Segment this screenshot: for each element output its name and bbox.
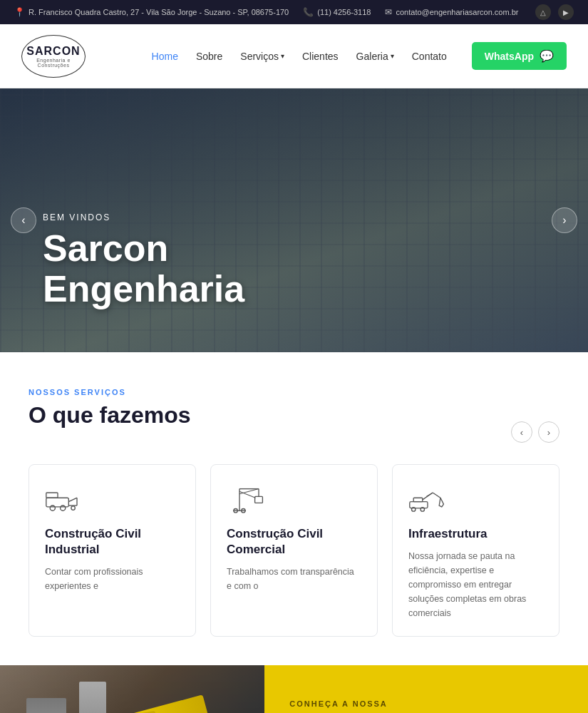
svg-point-3 bbox=[61, 506, 66, 511]
carousel-next-icon: › bbox=[547, 427, 550, 438]
location-icon: 📍 bbox=[14, 7, 25, 17]
svg-point-7 bbox=[71, 506, 75, 510]
nav-item-home[interactable]: Home bbox=[152, 51, 178, 62]
chevron-down-icon: ▾ bbox=[391, 52, 394, 60]
svg-line-17 bbox=[239, 489, 259, 494]
services-title-group: NOSSOS SERVIÇOS O que fazemos bbox=[29, 388, 191, 450]
phone-text: (11) 4256-3118 bbox=[317, 8, 371, 16]
arrow-right-icon: › bbox=[562, 214, 566, 227]
industrial-icon bbox=[45, 485, 180, 513]
whatsapp-icon: 💬 bbox=[540, 49, 554, 63]
card-title-infra: Infraestrutura bbox=[408, 526, 543, 542]
youtube-icon[interactable]: ▶ bbox=[558, 4, 574, 20]
services-section: NOSSOS SERVIÇOS O que fazemos ‹ › bbox=[0, 352, 588, 658]
hero-pretitle: BEM VINDOS bbox=[43, 212, 244, 222]
hero-content: BEM VINDOS Sarcon Engenharia bbox=[43, 212, 244, 309]
comercial-icon bbox=[227, 485, 361, 513]
svg-line-11 bbox=[239, 491, 256, 498]
historia-content: CONHEÇA A NOSSA História Seja bem-vindo … bbox=[264, 665, 588, 713]
truck-svg-icon bbox=[45, 485, 83, 513]
carousel-next-button[interactable]: › bbox=[538, 421, 559, 443]
email-text: contato@engenhariasarcon.com.br bbox=[396, 8, 518, 16]
whatsapp-button[interactable]: WhatsApp 💬 bbox=[472, 42, 567, 70]
nav-item-clientes[interactable]: Clientes bbox=[302, 51, 339, 62]
service-card-infra: Infraestrutura Nossa jornada se pauta na… bbox=[392, 464, 559, 637]
arrow-left-icon: ‹ bbox=[21, 214, 25, 227]
email-icon: ✉ bbox=[385, 7, 392, 17]
historia-image bbox=[0, 665, 264, 713]
topbar-phone[interactable]: 📞 (11) 4256-3118 bbox=[303, 7, 371, 17]
logo[interactable]: SARCON Engenharia e Construções bbox=[21, 35, 86, 78]
card-title-comercial: Construção Civil Comercial bbox=[227, 526, 361, 558]
topbar-address: 📍 R. Francisco Quadra Castro, 27 - Vila … bbox=[14, 7, 289, 17]
phone-icon: 📞 bbox=[303, 7, 314, 17]
carousel-navigation: ‹ › bbox=[511, 421, 559, 443]
carousel-prev-button[interactable]: ‹ bbox=[511, 421, 532, 443]
services-pretitle: NOSSOS SERVIÇOS bbox=[29, 388, 191, 396]
logo-name: SARCON bbox=[26, 45, 80, 58]
svg-point-2 bbox=[50, 506, 55, 511]
svg-line-24 bbox=[440, 498, 444, 504]
infra-icon bbox=[408, 485, 543, 513]
svg-line-25 bbox=[426, 493, 433, 496]
address-text: R. Francisco Quadra Castro, 27 - Vila Sã… bbox=[29, 8, 289, 16]
hero-title-line2: Engenharia bbox=[43, 268, 244, 309]
header: SARCON Engenharia e Construções Home Sob… bbox=[0, 24, 588, 88]
svg-rect-0 bbox=[46, 498, 69, 507]
nav-item-servicos[interactable]: Serviços ▾ bbox=[240, 51, 284, 62]
service-card-industrial: Construção Civil Industrial Contar com p… bbox=[29, 464, 196, 637]
card-title-industrial: Construção Civil Industrial bbox=[45, 526, 180, 558]
crane-svg-icon bbox=[227, 485, 265, 513]
historia-pretitle: CONHEÇA A NOSSA bbox=[289, 699, 563, 708]
card-desc-comercial: Trabalhamos com transparência e com o bbox=[227, 565, 361, 593]
excavator-svg-icon bbox=[408, 485, 447, 513]
social-links: △ ▶ bbox=[535, 4, 574, 20]
topbar: 📍 R. Francisco Quadra Castro, 27 - Vila … bbox=[0, 0, 588, 24]
historia-section: CONHEÇA A NOSSA História Seja bem-vindo … bbox=[0, 665, 588, 713]
nav-item-sobre[interactable]: Sobre bbox=[196, 51, 222, 62]
services-title: O que fazemos bbox=[29, 402, 191, 429]
card-desc-infra: Nossa jornada se pauta na eficiência, ex… bbox=[408, 549, 543, 620]
instagram-icon[interactable]: △ bbox=[535, 4, 551, 20]
svg-rect-1 bbox=[46, 493, 58, 498]
hero-section: BEM VINDOS Sarcon Engenharia ‹ › bbox=[0, 88, 588, 352]
carousel-prev-icon: ‹ bbox=[520, 427, 523, 438]
hero-next-button[interactable]: › bbox=[552, 207, 577, 233]
hero-title-line1: Sarcon bbox=[43, 227, 168, 269]
chevron-down-icon: ▾ bbox=[281, 52, 284, 60]
service-cards-grid: Construção Civil Industrial Contar com p… bbox=[29, 464, 559, 658]
topbar-email[interactable]: ✉ contato@engenhariasarcon.com.br bbox=[385, 7, 518, 17]
nav-item-contato[interactable]: Contato bbox=[412, 51, 447, 62]
hero-prev-button[interactable]: ‹ bbox=[11, 207, 36, 233]
nav-item-galeria[interactable]: Galeria ▾ bbox=[356, 51, 394, 62]
svg-line-4 bbox=[68, 498, 77, 501]
services-header: NOSSOS SERVIÇOS O que fazemos ‹ › bbox=[29, 388, 559, 450]
svg-line-23 bbox=[433, 493, 440, 498]
svg-rect-12 bbox=[255, 496, 263, 503]
hero-title: Sarcon Engenharia bbox=[43, 228, 244, 309]
whatsapp-label: WhatsApp bbox=[485, 51, 534, 62]
service-card-comercial: Construção Civil Comercial Trabalhamos c… bbox=[210, 464, 378, 637]
svg-rect-21 bbox=[413, 498, 423, 501]
card-desc-industrial: Contar com profissionais experientes e bbox=[45, 565, 180, 593]
svg-rect-18 bbox=[410, 502, 428, 508]
main-nav: Home Sobre Serviços ▾ Clientes Galeria ▾… bbox=[152, 42, 567, 70]
logo-subtitle: Engenharia e Construções bbox=[29, 58, 78, 68]
